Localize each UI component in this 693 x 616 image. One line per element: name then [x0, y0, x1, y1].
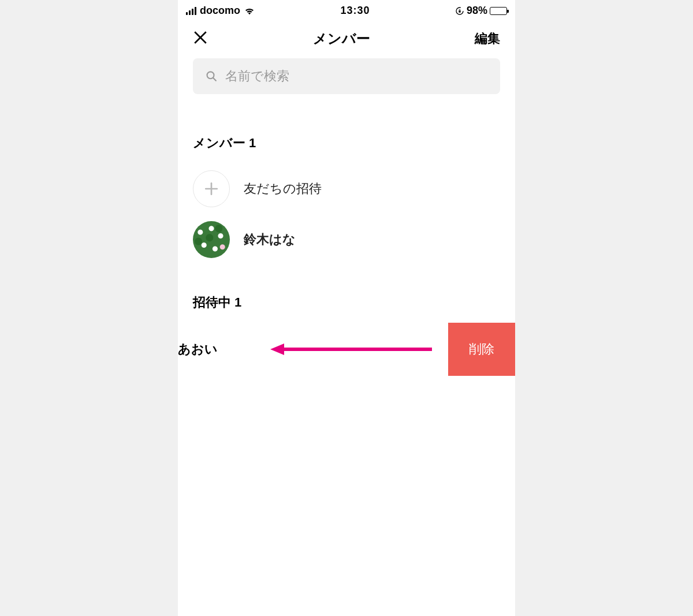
pending-row-swiped[interactable]: あおい 削除	[178, 323, 515, 376]
swipe-arrow-annotation	[270, 342, 432, 356]
pending-row-content: あおい	[178, 323, 218, 376]
clock: 13:30	[340, 5, 370, 17]
member-row[interactable]: 鈴木はな	[193, 214, 500, 265]
members-section-title: メンバー 1	[193, 135, 500, 152]
delete-button[interactable]: 削除	[448, 323, 515, 376]
search-container	[178, 58, 515, 94]
pending-section-title: 招待中 1	[193, 294, 500, 311]
svg-rect-1	[459, 10, 460, 12]
svg-line-5	[213, 78, 216, 81]
pending-member-name: あおい	[178, 341, 218, 358]
status-bar: docomo 13:30 98%	[178, 0, 515, 19]
member-name: 鈴木はな	[244, 231, 296, 248]
phone-frame: docomo 13:30 98% メンバー 編集	[178, 0, 515, 616]
edit-button[interactable]: 編集	[475, 30, 500, 47]
members-section: メンバー 1 友だちの招待 鈴木はな 招待中 1	[178, 135, 515, 311]
invite-friends-label: 友だちの招待	[244, 180, 322, 197]
battery-icon	[490, 7, 507, 15]
status-right: 98%	[455, 5, 507, 17]
invite-friends-row[interactable]: 友だちの招待	[193, 163, 500, 214]
close-icon	[193, 30, 208, 45]
invite-avatar	[193, 170, 230, 207]
page-title: メンバー	[313, 29, 370, 48]
page-header: メンバー 編集	[178, 19, 515, 58]
search-box[interactable]	[193, 58, 500, 94]
orientation-lock-icon	[455, 6, 464, 16]
battery-percent: 98%	[467, 5, 487, 17]
signal-icon	[186, 7, 196, 15]
status-left: docomo	[186, 5, 255, 17]
member-avatar	[193, 221, 230, 258]
search-icon	[206, 70, 217, 83]
svg-marker-9	[270, 344, 284, 355]
wifi-icon	[244, 7, 255, 15]
carrier-label: docomo	[200, 5, 240, 17]
close-button[interactable]	[193, 30, 208, 47]
plus-icon	[204, 181, 219, 196]
search-input[interactable]	[225, 69, 487, 84]
